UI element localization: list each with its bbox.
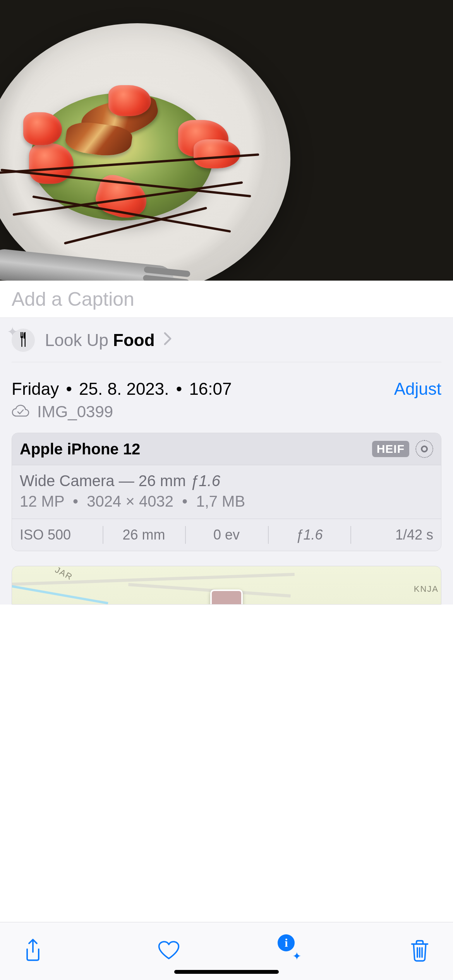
caption-input[interactable]	[12, 288, 441, 310]
icloud-synced-icon	[12, 404, 29, 419]
chevron-right-icon	[163, 332, 172, 349]
resolution-line: 12 MP • 3024 × 4032 • 1,7 MB	[20, 493, 433, 510]
map-photo-pin[interactable]	[210, 589, 243, 605]
lens-icon	[415, 440, 433, 458]
info-panel: ✦ Look Up Food Friday • 25. 8. 2023. • 1…	[0, 318, 453, 605]
sparkle-icon: ✦	[7, 324, 18, 339]
map-street-label: JAR	[53, 566, 74, 583]
exif-aperture: ƒ1.6	[268, 519, 351, 551]
map-street-label: KNJA	[414, 584, 439, 594]
heart-icon	[158, 956, 180, 962]
exif-ev: 0 ev	[185, 519, 268, 551]
lens-description: Wide Camera — 26 mm ƒ1.6	[20, 472, 433, 490]
favorite-button[interactable]	[154, 937, 183, 965]
caption-row	[0, 281, 453, 318]
share-icon	[23, 958, 43, 964]
photo-viewer[interactable]	[0, 0, 453, 281]
trash-icon	[410, 957, 430, 963]
exif-card: Apple iPhone 12 HEIF Wide Camera — 26 mm…	[12, 433, 441, 551]
delete-button[interactable]	[407, 936, 433, 966]
format-badge: HEIF	[372, 441, 409, 457]
visual-lookup-row[interactable]: ✦ Look Up Food	[12, 327, 441, 362]
filename-label: IMG_0399	[37, 403, 113, 421]
adjust-button[interactable]: Adjust	[394, 379, 441, 399]
exif-shutter: 1/42 s	[350, 519, 441, 551]
capture-datetime: Friday • 25. 8. 2023. • 16:07	[12, 379, 232, 399]
exif-focal: 26 mm	[103, 519, 185, 551]
share-button[interactable]	[20, 935, 46, 967]
exif-iso: ISO 500	[12, 519, 103, 551]
lookup-label: Look Up Food	[45, 331, 155, 350]
device-name: Apple iPhone 12	[20, 440, 140, 458]
location-map[interactable]: JAR KNJA	[12, 566, 441, 605]
home-indicator[interactable]	[174, 970, 279, 974]
info-button[interactable]: ✦ i	[292, 948, 298, 954]
image-content	[0, 23, 290, 281]
